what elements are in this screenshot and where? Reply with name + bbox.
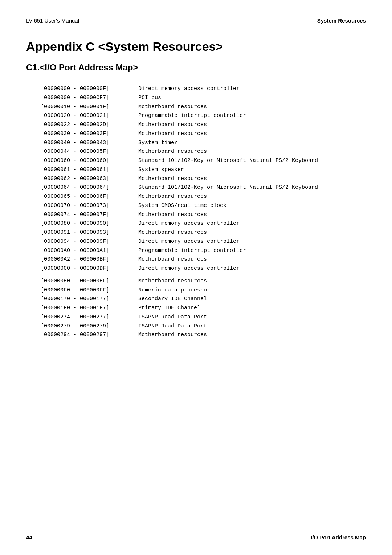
address-description: Numeric data processor <box>135 287 210 293</box>
address-range: [00000022 - 0000002D] <box>41 121 135 130</box>
address-description: Motherboard resources <box>135 176 207 182</box>
address-description: Standard 101/102-Key or Microsoft Natura… <box>135 184 318 191</box>
address-description: Programmable interrupt controller <box>135 113 246 119</box>
address-description: PCI bus <box>135 95 161 101</box>
address-item: [00000060 - 00000060] Standard 101/102-K… <box>41 156 366 166</box>
address-item: [00000074 - 0000007F] Motherboard resour… <box>41 211 366 220</box>
address-item: [000000E0 - 000000EF] Motherboard resour… <box>41 277 366 286</box>
address-description: System timer <box>135 140 177 146</box>
address-description: Motherboard resources <box>135 131 207 137</box>
address-item: [00000279 - 00000279] ISAPNP Read Data P… <box>41 322 366 331</box>
address-item: [00000274 - 00000277] ISAPNP Read Data P… <box>41 313 366 322</box>
address-description: Motherboard resources <box>135 212 207 218</box>
footer-bar: 44 I/O Port Address Map <box>26 531 366 540</box>
address-description: ISAPNP Read Data Port <box>135 314 207 320</box>
page-title: Appendix C <System Resources> <box>26 40 366 54</box>
address-range: [00000000 - 00000CF7] <box>41 94 135 103</box>
address-range: [000001F0 - 000001F7] <box>41 304 135 313</box>
address-item: [00000080 - 00000090] Direct memory acce… <box>41 219 366 228</box>
address-item: [00000091 - 00000093] Motherboard resour… <box>41 228 366 237</box>
address-description: Motherboard resources <box>135 104 207 110</box>
address-range: [00000064 - 00000064] <box>41 183 135 192</box>
address-item: [00000062 - 00000063] Motherboard resour… <box>41 175 366 184</box>
address-range: [00000044 - 0000005F] <box>41 147 135 156</box>
address-description: Motherboard resources <box>135 256 207 262</box>
address-range: [000000A2 - 000000BF] <box>41 255 135 264</box>
header-bar: LV-651 User's Manual System Resources <box>26 17 366 26</box>
address-description: Secondary IDE Channel <box>135 296 207 302</box>
address-range: [00000094 - 0000009F] <box>41 237 135 246</box>
address-description: Direct memory access controller <box>135 86 240 92</box>
address-description: Standard 101/102-Key or Microsoft Natura… <box>135 158 318 164</box>
address-description: Programmable interrupt controller <box>135 248 246 254</box>
address-range: [00000010 - 0000001F] <box>41 103 135 112</box>
address-description: Motherboard resources <box>135 148 207 155</box>
address-range: [00000294 - 00000297] <box>41 331 135 340</box>
address-description: Motherboard resources <box>135 332 207 338</box>
footer-page-number: 44 <box>26 534 32 540</box>
address-description: Motherboard resources <box>135 278 207 284</box>
section-title: C1.<I/O Port Address Map> <box>26 62 366 74</box>
address-range: [000000E0 - 000000EF] <box>41 277 135 286</box>
address-description: Primary IDE Channel <box>135 305 200 311</box>
address-range: [00000060 - 00000060] <box>41 156 135 166</box>
address-description: Direct memory access controller <box>135 238 240 245</box>
address-range: [00000020 - 00000021] <box>41 111 135 121</box>
address-range: [00000074 - 0000007F] <box>41 211 135 220</box>
address-description: Motherboard resources <box>135 122 207 128</box>
address-range: [00000080 - 00000090] <box>41 219 135 228</box>
address-range: [00000091 - 00000093] <box>41 228 135 237</box>
address-item: [00000070 - 00000073] System CMOS/real t… <box>41 201 366 211</box>
address-item: [00000040 - 00000043] System timer <box>41 139 366 148</box>
address-item: [000001F0 - 000001F7] Primary IDE Channe… <box>41 304 366 313</box>
address-range: [00000062 - 00000063] <box>41 175 135 184</box>
address-item: [000000F0 - 000000FF] Numeric data proce… <box>41 286 366 295</box>
address-item: [00000010 - 0000001F] Motherboard resour… <box>41 103 366 112</box>
address-item: [00000170 - 00000177] Secondary IDE Chan… <box>41 295 366 304</box>
address-range: [00000274 - 00000277] <box>41 313 135 322</box>
address-description: Direct memory access controller <box>135 265 240 272</box>
address-list: [00000000 - 0000000F] Direct memory acce… <box>41 85 366 340</box>
address-item: [00000000 - 00000CF7] PCI bus <box>41 94 366 103</box>
address-item: [00000094 - 0000009F] Direct memory acce… <box>41 237 366 246</box>
page-container: LV-651 User's Manual System Resources Ap… <box>0 0 392 555</box>
address-range: [00000065 - 0000006F] <box>41 192 135 201</box>
footer-section-name: I/O Port Address Map <box>311 534 366 540</box>
address-item: [00000030 - 0000003F] Motherboard resour… <box>41 130 366 139</box>
address-range: [00000170 - 00000177] <box>41 295 135 304</box>
address-range: [00000030 - 0000003F] <box>41 130 135 139</box>
address-range: [00000070 - 00000073] <box>41 201 135 211</box>
address-item: [00000000 - 0000000F] Direct memory acce… <box>41 85 366 94</box>
address-description: ISAPNP Read Data Port <box>135 323 207 329</box>
address-range: [00000061 - 00000061] <box>41 166 135 175</box>
address-item: [00000044 - 0000005F] Motherboard resour… <box>41 147 366 156</box>
address-range: [000000A0 - 000000A1] <box>41 246 135 256</box>
address-range: [00000000 - 0000000F] <box>41 85 135 94</box>
address-item: [00000294 - 00000297] Motherboard resour… <box>41 331 366 340</box>
address-item: [00000065 - 0000006F] Motherboard resour… <box>41 192 366 201</box>
address-range: [000000C0 - 000000DF] <box>41 264 135 273</box>
address-item: [00000064 - 00000064] Standard 101/102-K… <box>41 183 366 192</box>
address-item: [000000A2 - 000000BF] Motherboard resour… <box>41 255 366 264</box>
address-range: [000000F0 - 000000FF] <box>41 286 135 295</box>
address-item: [000000A0 - 000000A1] Programmable inter… <box>41 246 366 256</box>
address-item: [00000061 - 00000061] System speaker <box>41 166 366 175</box>
address-range: [00000279 - 00000279] <box>41 322 135 331</box>
address-description: System speaker <box>135 167 184 173</box>
header-right: System Resources <box>317 17 366 24</box>
address-item: [000000C0 - 000000DF] Direct memory acce… <box>41 264 366 273</box>
address-description: Direct memory access controller <box>135 220 240 227</box>
address-description: System CMOS/real time clock <box>135 203 226 209</box>
address-description: Motherboard resources <box>135 229 207 236</box>
address-item: [00000020 - 00000021] Programmable inter… <box>41 111 366 121</box>
header-left: LV-651 User's Manual <box>26 17 79 24</box>
address-range: [00000040 - 00000043] <box>41 139 135 148</box>
address-description: Motherboard resources <box>135 193 207 200</box>
address-item: [00000022 - 0000002D] Motherboard resour… <box>41 121 366 130</box>
